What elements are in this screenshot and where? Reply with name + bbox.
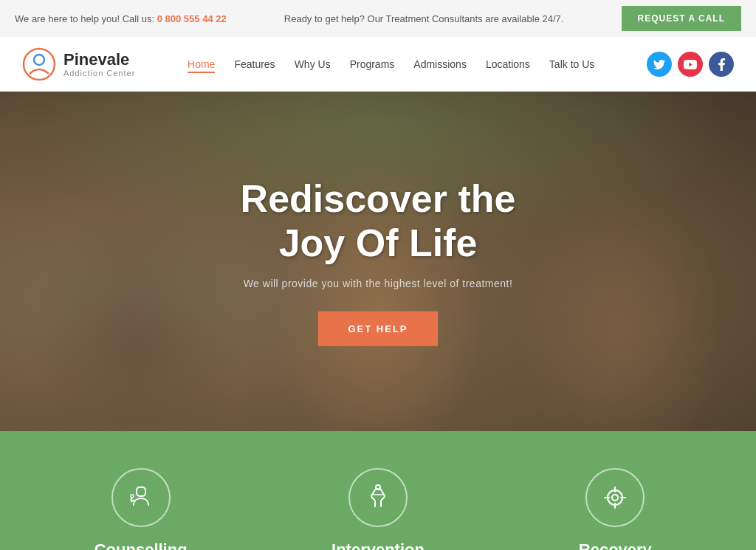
nav-item-talk-to-us[interactable]: Talk to Us bbox=[549, 58, 594, 70]
nav-item-admissions[interactable]: Admissions bbox=[413, 58, 467, 70]
svg-point-2 bbox=[131, 495, 134, 498]
main-nav: HomeFeaturesWhy UsProgramsAdmissionsLoca… bbox=[188, 58, 594, 71]
nav-item-features[interactable]: Features bbox=[234, 58, 275, 70]
twitter-button[interactable] bbox=[647, 52, 672, 77]
logo-name: Pinevale bbox=[63, 51, 135, 69]
hero-subtitle: We will provide you with the highest lev… bbox=[15, 277, 741, 289]
header: Pinevale Addiction Center HomeFeaturesWh… bbox=[0, 37, 756, 92]
logo-text: Pinevale Addiction Center bbox=[63, 51, 135, 78]
help-text: We are here to help you! Call us: 0 800 … bbox=[15, 13, 227, 24]
nav-item-locations[interactable]: Locations bbox=[486, 58, 530, 70]
social-icons bbox=[647, 52, 734, 77]
intervention-title: Intervention bbox=[274, 540, 481, 550]
logo-icon bbox=[22, 47, 56, 81]
hero-content: Rediscover the Joy Of Life We will provi… bbox=[0, 177, 756, 346]
feature-counselling: Counselling We'll guide you through the … bbox=[22, 468, 259, 550]
nav-item-programs[interactable]: Programs bbox=[350, 58, 395, 70]
svg-point-5 bbox=[612, 495, 618, 501]
feature-recovery: Recovery We provide an environment uniqu… bbox=[497, 468, 734, 550]
ready-text: Ready to get help? Our Treatment Consult… bbox=[284, 13, 564, 24]
intervention-icon bbox=[348, 468, 408, 527]
get-help-button[interactable]: GET HELP bbox=[318, 311, 437, 346]
request-call-button[interactable]: REQUEST A CALL bbox=[622, 6, 741, 31]
feature-intervention: Intervention Our quite innovative progra… bbox=[259, 468, 496, 550]
hero-section: Rediscover the Joy Of Life We will provi… bbox=[0, 92, 756, 431]
counselling-title: Counselling bbox=[37, 540, 244, 550]
logo-subtitle: Addiction Center bbox=[63, 69, 135, 78]
facebook-button[interactable] bbox=[709, 52, 734, 77]
logo: Pinevale Addiction Center bbox=[22, 47, 135, 81]
counselling-icon bbox=[111, 468, 171, 527]
features-section: Counselling We'll guide you through the … bbox=[0, 431, 756, 550]
youtube-button[interactable] bbox=[678, 52, 703, 77]
nav-item-home[interactable]: Home bbox=[188, 58, 215, 73]
hero-title: Rediscover the Joy Of Life bbox=[15, 177, 741, 266]
svg-point-3 bbox=[376, 485, 380, 489]
nav-item-why-us[interactable]: Why Us bbox=[295, 58, 331, 70]
top-bar: We are here to help you! Call us: 0 800 … bbox=[0, 0, 756, 37]
phone-link[interactable]: 0 800 555 44 22 bbox=[157, 13, 227, 24]
svg-point-1 bbox=[34, 55, 44, 65]
recovery-title: Recovery bbox=[512, 540, 719, 550]
recovery-icon bbox=[585, 468, 645, 527]
